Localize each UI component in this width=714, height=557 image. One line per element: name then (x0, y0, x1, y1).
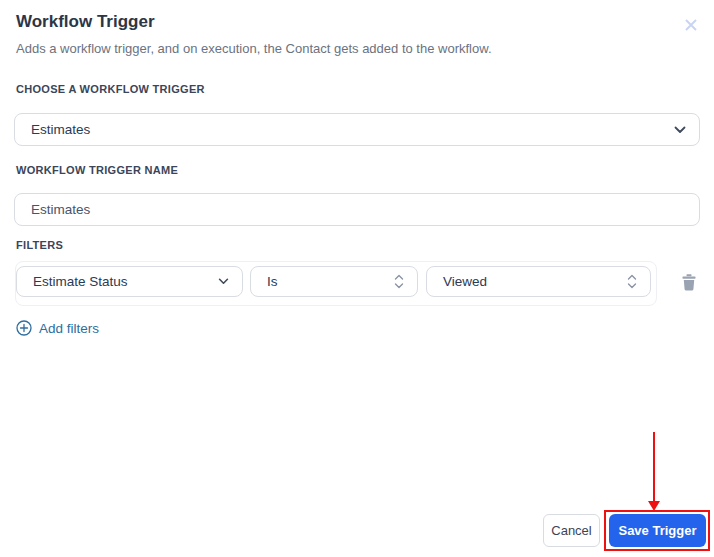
unfold-icon (627, 274, 650, 289)
filter-value-value: Viewed (427, 274, 487, 289)
filter-field-select[interactable]: Estimate Status (16, 266, 243, 297)
filter-operator-select[interactable]: Is (250, 266, 418, 297)
chevron-down-icon (674, 126, 699, 134)
close-icon[interactable] (680, 14, 702, 36)
add-filters-link[interactable]: Add filters (16, 320, 99, 336)
chevron-down-icon (218, 278, 242, 285)
workflow-trigger-select-value: Estimates (15, 122, 90, 137)
workflow-trigger-select[interactable]: Estimates (14, 113, 700, 146)
plus-circle-icon (16, 320, 32, 336)
annotation-arrow-head (648, 501, 660, 511)
trash-icon[interactable] (679, 271, 699, 292)
annotation-arrow-line (653, 432, 655, 502)
dialog-description: Adds a workflow trigger, and on executio… (16, 41, 492, 56)
filter-operator-value: Is (251, 274, 278, 289)
choose-trigger-label: CHOOSE A WORKFLOW TRIGGER (16, 83, 205, 95)
trigger-name-input[interactable] (15, 194, 699, 225)
filters-label: FILTERS (16, 239, 63, 251)
add-filters-label: Add filters (39, 321, 99, 336)
trigger-name-label: WORKFLOW TRIGGER NAME (16, 164, 178, 176)
unfold-icon (394, 274, 417, 289)
filter-field-value: Estimate Status (17, 274, 128, 289)
dialog-title: Workflow Trigger (16, 12, 155, 32)
save-trigger-button[interactable]: Save Trigger (609, 514, 706, 547)
cancel-button[interactable]: Cancel (543, 514, 600, 547)
workflow-trigger-dialog: Workflow Trigger Adds a workflow trigger… (0, 0, 714, 557)
filter-value-select[interactable]: Viewed (426, 266, 651, 297)
trigger-name-field-wrap (14, 193, 700, 226)
